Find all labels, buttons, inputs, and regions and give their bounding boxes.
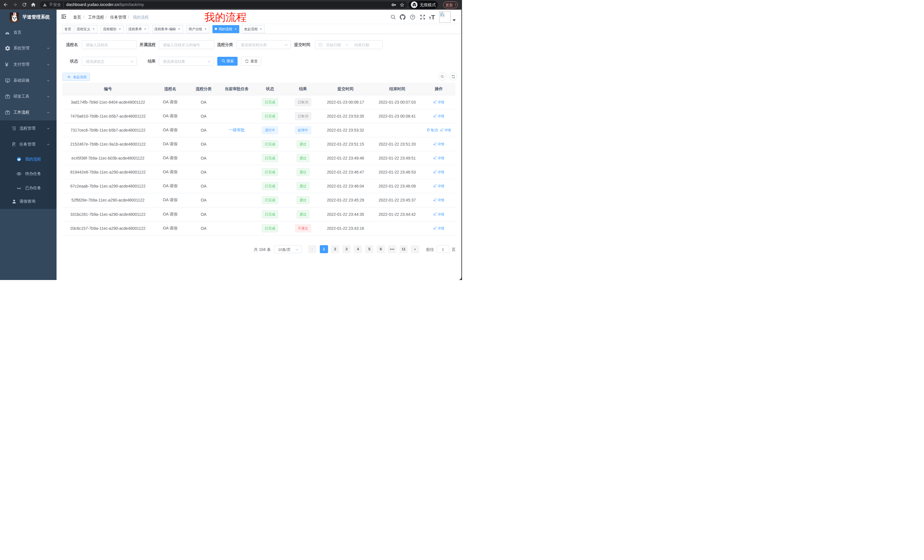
svg-text:?: ?: [412, 15, 414, 19]
